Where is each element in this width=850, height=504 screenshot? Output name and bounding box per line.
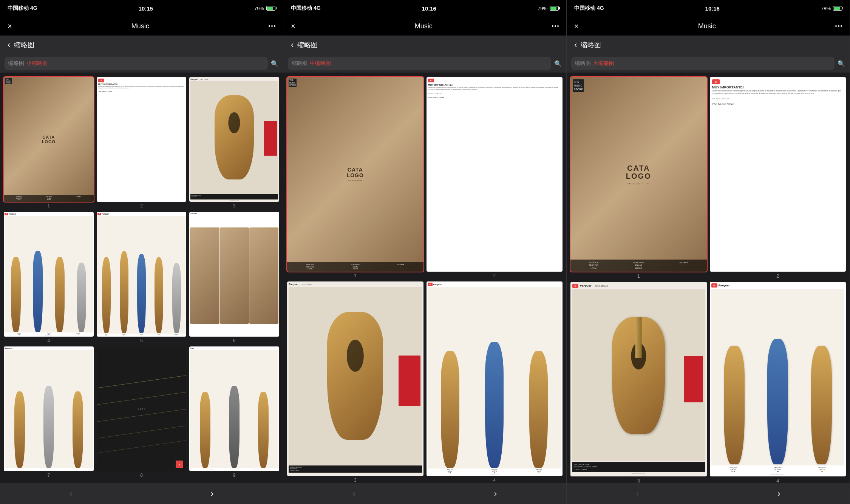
next-button-1[interactable]: › [199, 485, 225, 502]
list-item[interactable]: M MUY IMPORTANTE! Los artículos expuesto… [97, 77, 187, 209]
search-icon-3[interactable]: 🔍 [838, 60, 845, 67]
list-item[interactable]: M Parquer GAC-150MC PARQUER G [570, 282, 707, 483]
status-right-1: 79% [254, 6, 275, 11]
list-item[interactable]: Parquer GAC-150MC PARQUER GAC150MCTAPA: … [287, 281, 423, 483]
status-right-3: 78% [821, 6, 842, 11]
thumbnail-8[interactable]: Cort M [97, 346, 187, 471]
nav-title-1: 缩略图 [14, 40, 34, 49]
thumbnail-1[interactable]: THEMUSICSTORE CATALOGO PASÁ PORNUESTROLO… [4, 77, 94, 202]
list-item[interactable]: THEMUSICSTORE CATALOGO PASÁ PORNUESTROLO… [4, 77, 94, 209]
thumbnail-3[interactable]: Parquer GAC-150MC PARQUER GAC150MCTAPA: … [189, 77, 279, 202]
list-item[interactable]: GUITARS 6 [189, 212, 279, 344]
thumbs-grid-medium: THEMUSICSTORE CATALOGO THE MUSIC STORE P… [283, 73, 566, 483]
list-item[interactable]: M MUY IMPORTANTE! Los artículos expuesto… [427, 77, 563, 278]
carrier-3: 中国移动 4G [574, 5, 604, 12]
search-size-label-1: 小缩略图 [26, 60, 48, 67]
list-item[interactable]: Washburn WASHBURND5 WASHBURND5 WASHBURN.… [4, 346, 94, 478]
list-item[interactable]: THEMUSICSTORE CATALOGO THE MUSIC STORE P… [287, 77, 423, 278]
close-button-3[interactable]: × [574, 22, 579, 31]
thumb-number-m3: 3 [354, 478, 357, 483]
time-3: 10:16 [705, 5, 720, 12]
search-icon-1[interactable]: 🔍 [271, 60, 278, 67]
thumbnail-l1[interactable]: THEMUSICSTORE CATALOGO THE MUSIC STORE P… [570, 77, 707, 272]
search-bar-2: 缩略图 中缩略图 🔍 [283, 54, 566, 73]
list-item[interactable]: M Parquer STRATOPLUS PARQUERLP [97, 212, 187, 344]
search-size-label-3: 大缩略图 [593, 60, 614, 67]
thumbnail-l3[interactable]: M Parquer GAC-150MC PARQUER G [570, 282, 707, 476]
battery-percent-1: 79% [254, 6, 264, 11]
thumb-number-4: 4 [47, 338, 50, 343]
search-input-wrap-2[interactable]: 缩略图 中缩略图 [288, 57, 551, 70]
status-bar-2: 中国移动 4G 10:16 79% [283, 0, 566, 17]
panel-large: 中国移动 4G 10:16 78% × Music ‹ 缩略图 缩略图 大缩略图… [567, 0, 850, 504]
list-item[interactable]: M MUY IMPORTANTE! Los artículos expuesto… [710, 77, 846, 279]
thumbnail-4[interactable]: M Parquer PARQUERGAC-109 PARQUERGA109 LB [4, 212, 94, 337]
list-item[interactable]: M Parquer PARQUERGAC-109 PARQUERGA109 LB [4, 212, 94, 344]
search-input-wrap-3[interactable]: 缩略图 大缩略图 [571, 57, 835, 70]
search-icon-2[interactable]: 🔍 [554, 60, 562, 67]
close-button-1[interactable]: × [8, 22, 12, 31]
thumb-number-6: 6 [233, 338, 236, 343]
thumb-number-7: 7 [47, 473, 50, 478]
list-item[interactable]: THEMUSICSTORE CATALOGO THE MUSIC STORE P… [570, 77, 707, 279]
bottom-nav-3: ‹ › [567, 483, 850, 504]
thumb-number-2: 2 [140, 203, 143, 209]
nav-back-2[interactable]: ‹ [291, 40, 294, 50]
prev-button-3[interactable]: ‹ [625, 485, 650, 502]
nav-back-1[interactable]: ‹ [8, 40, 10, 50]
thumb-number-l2: 2 [776, 273, 779, 279]
status-left-2: 中国移动 4G [291, 5, 321, 12]
thumbnail-5[interactable]: M Parquer STRATOPLUS PARQUERLP [97, 212, 187, 337]
top-bar-1: × Music [0, 17, 283, 36]
list-item[interactable]: Parquer GAC-150MC PARQUER GAC150MCTAPA: … [189, 77, 279, 209]
battery-percent-2: 79% [538, 6, 547, 11]
panel-medium: 中国移动 4G 10:16 79% × Music ‹ 缩略图 缩略图 中缩略图… [283, 0, 567, 504]
thumbnail-m3[interactable]: Parquer GAC-150MC PARQUER GAC150MCTAPA: … [287, 281, 423, 476]
thumbnail-l4[interactable]: M Parquer PARQUERGAC109 PARQUERGA109 LB … [710, 282, 846, 476]
thumbnail-m1[interactable]: THEMUSICSTORE CATALOGO THE MUSIC STORE P… [287, 77, 423, 272]
next-button-3[interactable]: › [766, 485, 791, 502]
menu-button-2[interactable] [552, 25, 559, 27]
nav-bar-1: ‹ 缩略图 [0, 36, 283, 54]
search-placeholder-2: 缩略图 [292, 60, 308, 67]
list-item[interactable]: Cort CORTEARTH 100 CORTNATURAL (GRAND) [189, 346, 279, 478]
thumbs-grid-small: THEMUSICSTORE CATALOGO PASÁ PORNUESTROLO… [0, 73, 283, 483]
thumbnail-m4[interactable]: M Parquer PARQUERGAC109 PARQUERGA109 LB … [427, 281, 563, 476]
menu-button-1[interactable] [269, 25, 275, 27]
carrier-1: 中国移动 4G [8, 5, 37, 12]
nav-title-3: 缩略图 [581, 40, 601, 49]
search-placeholder-3: 缩略图 [575, 60, 591, 67]
time-1: 10:15 [139, 5, 153, 12]
thumbnail-l2[interactable]: M MUY IMPORTANTE! Los artículos expuesto… [710, 77, 846, 272]
thumbnail-9[interactable]: Cort CORTEARTH 100 CORTNATURAL (GRAND) [189, 346, 279, 471]
list-item[interactable]: M Parquer PARQUERGAC109 PARQUERGA109 LB … [710, 282, 846, 483]
nav-title-2: 缩略图 [297, 40, 318, 49]
next-button-2[interactable]: › [483, 485, 508, 502]
search-input-wrap-1[interactable]: 缩略图 小缩略图 [5, 57, 268, 70]
list-item[interactable]: Cort M 8 [97, 346, 187, 478]
thumbnail-6[interactable]: GUITARS [189, 212, 279, 337]
thumb-number-5: 5 [140, 338, 143, 343]
battery-icon-3 [833, 6, 842, 11]
bottom-nav-2: ‹ › [283, 483, 566, 504]
battery-percent-3: 78% [821, 6, 831, 11]
battery-icon-1 [266, 6, 275, 11]
panel-small: 中国移动 4G 10:15 79% × Music ‹ 缩略图 缩略图 小缩略图… [0, 0, 283, 504]
close-button-2[interactable]: × [291, 22, 295, 31]
thumb-number-8: 8 [140, 473, 143, 478]
nav-back-3[interactable]: ‹ [574, 40, 577, 50]
status-bar-1: 中国移动 4G 10:15 79% [0, 0, 283, 17]
prev-button-2[interactable]: ‹ [342, 485, 367, 502]
thumb-number-1: 1 [47, 203, 50, 209]
app-title-1: Music [131, 22, 149, 30]
menu-button-3[interactable] [835, 25, 842, 27]
battery-icon-2 [550, 6, 559, 11]
status-left-3: 中国移动 4G [574, 5, 604, 12]
thumbnail-2[interactable]: M MUY IMPORTANTE! Los artículos expuesto… [97, 77, 187, 202]
prev-button-1[interactable]: ‹ [58, 485, 83, 502]
carrier-2: 中国移动 4G [291, 5, 321, 12]
list-item[interactable]: M Parquer PARQUERGAC109 PARQUERGA109 LB … [427, 281, 563, 483]
thumbnail-m2[interactable]: M MUY IMPORTANTE! Los artículos expuesto… [427, 77, 563, 272]
nav-bar-3: ‹ 缩略图 [567, 36, 850, 54]
thumbnail-7[interactable]: Washburn WASHBURND5 WASHBURND5 WASHBURN.… [4, 346, 94, 471]
